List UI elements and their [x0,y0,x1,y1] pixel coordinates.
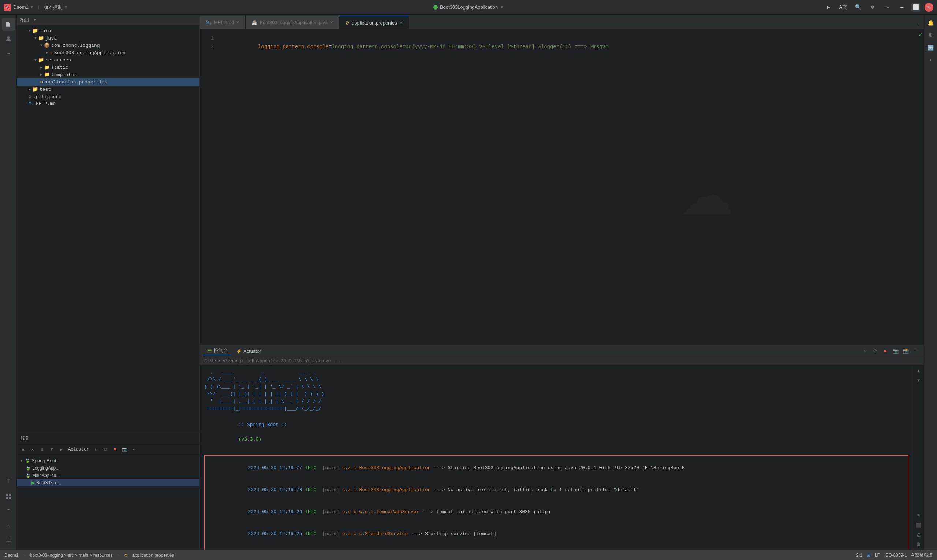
log-class-2: o.s.b.w.e.t.TomcatWebServer [342,509,422,515]
activity-text-icon[interactable]: T [2,475,15,488]
loggingapp-icon: 🍃 [26,466,31,471]
terminal-tab-console[interactable]: 📟 控制台 [203,347,231,355]
status-cursor[interactable]: 2:1 [856,553,862,558]
tab-appprops[interactable]: ⚙ application.properties ✕ [339,16,409,29]
app-name-text: Boot303LoggingApplication [440,5,498,10]
service-loggingapp-item[interactable]: 🍃 LoggingApp... [17,465,200,472]
springboot-icon: 🍃 [25,458,30,463]
settings-icon[interactable]: ⚙ [868,2,878,12]
spring-boot-spaces [238,429,267,435]
tab-more-button[interactable]: ⋯ [912,23,924,29]
maximize-button[interactable]: ⬜ [911,3,920,12]
close-button[interactable]: ✕ [925,3,933,12]
term-snapshot-btn[interactable]: 📷 [892,347,900,355]
minimize-button[interactable]: — [897,2,907,12]
project-label: Deom1 [13,5,29,10]
services-close-btn[interactable]: ✕ [29,445,37,454]
term-stop-btn[interactable]: ■ [882,347,889,355]
tree-item-templates[interactable]: ▶ 📁 templates [17,71,200,78]
service-springboot-item[interactable]: ▼ 🍃 Spring Boot [17,457,200,465]
status-charset-text: ISO-8859-1 [884,553,907,558]
console-spacer [204,451,908,454]
spring-boot-label: :: Spring Boot :: [238,422,287,428]
tree-item-main[interactable]: ▼ 📁 main [17,27,200,34]
term-refresh2-btn[interactable]: ⟳ [871,347,879,355]
term-more-btn[interactable]: ⋯ [912,347,920,355]
term-align-icon[interactable]: ⬛ [915,521,923,529]
log-line-0: 2024-05-30 12:19:77 INFO [main] c.z.l.Bo… [208,457,905,479]
right-arrow-icon[interactable]: ⬇ [926,55,936,65]
activity-menu-icon[interactable]: ☰ [2,534,15,547]
terminal-path: C:\Users\zhong\.jdks\openjdk-20.0.1\bin\… [200,357,924,366]
service-boot303lo-item[interactable]: ▶ Boot303Lo... [17,479,200,486]
tree-item-appprops[interactable]: ⚙ application.properties [17,78,200,86]
console-output[interactable]: . ____ _ __ _ _ /\\ / ___'_ __ _ _(_)_ _… [200,366,913,550]
activity-upload-icon[interactable] [2,505,15,517]
tree-item-gitignore[interactable]: ⊘ .gitignore [17,93,200,100]
status-project[interactable]: Deom1 [5,553,18,558]
editor-checkmark-icon[interactable]: ✓ [919,31,922,38]
tree-item-com-zhong-logging[interactable]: ▼ 📦 com.zhong.logging [17,42,200,49]
tab-helpmd-close[interactable]: ✕ [236,20,239,25]
editor-right-actions: ✓ [917,29,924,40]
status-encoding[interactable]: LF [875,553,880,558]
tree-item-static[interactable]: ▶ 📁 static [17,64,200,71]
translate-icon[interactable]: A文 [838,2,848,12]
tree-item-helpmd[interactable]: M↓ HELP.md [17,100,200,107]
tree-item-java[interactable]: ▼ 📁 java [17,34,200,42]
services-run-btn[interactable]: ▶ [57,445,65,454]
sidebar-chevron: ▼ [33,18,37,22]
status-charset[interactable]: ISO-8859-1 [884,553,907,558]
run-indicator [433,5,438,9]
status-breadcrumb[interactable]: boot3-03-logging > src > main > resource… [30,553,113,558]
term-camera2-btn[interactable]: 📸 [902,347,910,355]
activity-more-icon[interactable]: ⋯ [2,47,15,60]
term-refresh-btn[interactable]: ↻ [861,347,869,355]
services-collapse-btn[interactable]: ▲ [19,445,27,454]
tab-boot303java-close[interactable]: ✕ [330,20,333,25]
term-scroll-up-icon[interactable]: ▲ [915,367,923,375]
log-info-0: INFO [305,465,319,471]
project-selector[interactable]: Deom1 ▼ [13,5,34,10]
services-camera-btn[interactable]: 📷 [121,445,129,454]
term-scroll-down-icon[interactable]: ▼ [915,377,923,385]
services-content: ▼ 🍃 Spring Boot 🍃 LoggingApp... 🍃 MainAp… [17,455,200,550]
code-line-2 [221,60,921,69]
tab-helpmd[interactable]: M↓ HELP.md ✕ [200,16,246,29]
status-filename[interactable]: application.properties [132,553,174,558]
right-notifications-icon[interactable]: 🔔 [926,18,936,28]
title-left: 🍫 Deom1 ▼ | 版本控制 ▼ [4,4,114,11]
right-text-icon[interactable]: 🔤 [926,43,936,53]
tab-boot303java[interactable]: ☕ Boot303LoggingApplication.java ✕ [246,16,339,29]
search-icon[interactable]: 🔍 [853,2,863,12]
tree-item-resources[interactable]: ▼ 📁 resources [17,56,200,64]
activity-files-icon[interactable] [2,18,15,31]
tree-item-boot303[interactable]: ▶ ☕ Boot303LoggingApplication [17,49,200,56]
services-refresh-btn[interactable]: ↻ [92,445,100,454]
terminal-tab-actuator[interactable]: ⚡ Actuator [233,348,264,355]
version-control-label[interactable]: 版本控制 ▼ [43,4,68,11]
tab-appprops-close[interactable]: ✕ [399,20,403,25]
activity-warning-icon[interactable]: ⚠ [2,519,15,532]
services-stop-btn[interactable]: ■ [111,445,119,454]
run-button[interactable]: ▶ [823,2,834,12]
status-indent[interactable]: 4 空格缩进 [911,552,932,558]
term-wrap-icon[interactable]: ≡ [915,512,923,520]
more-options-icon[interactable]: ⋯ [882,2,892,12]
services-filter-btn[interactable]: ⊛ [38,445,46,454]
services-refresh2-btn[interactable]: ⟳ [102,445,110,454]
activity-people-icon[interactable] [2,32,15,45]
term-print-icon[interactable]: 🖨 [915,531,923,539]
banner-line-6: =========|_|===============|___/=/_/_/_/ [204,405,908,412]
main-layout: ⋯ T ⚠ ☰ 项目 ▼ ▼ 📁 main ▼ 📁 ja [0,15,937,550]
term-delete-icon[interactable]: 🗑 [915,540,923,548]
services-expand-btn[interactable]: ▼ [48,445,55,454]
services-more-btn[interactable]: ⋯ [130,445,138,454]
services-actuator-btn[interactable]: Actuator [67,445,91,454]
activity-plugin-icon[interactable] [2,490,15,503]
tree-item-test[interactable]: ▶ 📁 test [17,86,200,93]
service-mainapplica-item[interactable]: 🍃 MainApplica... [17,472,200,479]
right-m-icon[interactable]: m [926,30,936,40]
editor-content[interactable]: logging.pattern.console=logging.pattern.… [218,29,924,345]
tree-java-icon-boot303: ☕ [50,50,53,55]
